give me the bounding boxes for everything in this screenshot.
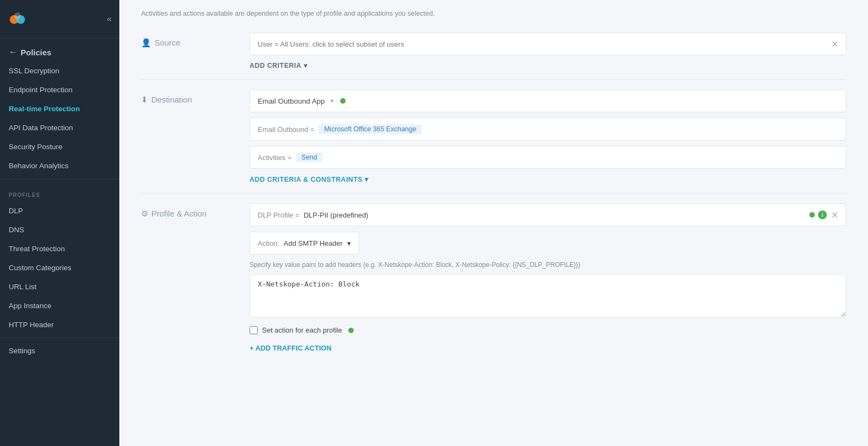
back-arrow-icon: ← xyxy=(9,47,17,57)
add-criteria-chevron-icon: ▾ xyxy=(304,62,308,69)
source-input[interactable] xyxy=(258,40,827,48)
action-value: Add SMTP Header xyxy=(284,239,343,247)
source-content: ✕ ADD CRITERIA ▾ xyxy=(250,33,846,69)
source-label-text: Source xyxy=(155,38,181,47)
back-nav-label: Policies xyxy=(21,48,52,57)
sidebar-item-settings[interactable]: Settings xyxy=(0,341,119,360)
dlp-profile-value[interactable]: DLP-PII (predefined) xyxy=(304,211,368,219)
dlp-profile-label: DLP Profile = xyxy=(258,211,299,219)
app-dropdown-label: Email Outbound App xyxy=(258,97,325,105)
source-icon: 👤 xyxy=(141,38,151,48)
activities-value[interactable]: Send xyxy=(296,152,323,162)
activities-label: Activities = xyxy=(258,154,292,162)
section-divider-2 xyxy=(141,193,846,194)
sidebar-divider-settings xyxy=(0,337,119,338)
sidebar-item-custom-categories[interactable]: Custom Categories xyxy=(0,258,119,277)
sidebar-item-url-list[interactable]: URL List xyxy=(0,277,119,296)
app-status-dot xyxy=(340,98,346,104)
sidebar-divider-profiles xyxy=(0,179,119,179)
source-section: 👤 Source ✕ ADD CRITERIA ▾ xyxy=(141,33,846,69)
profile-icon: ⚙ xyxy=(141,209,148,219)
sidebar-item-dns[interactable]: DNS xyxy=(0,220,119,239)
destination-label-text: Destination xyxy=(151,95,192,104)
add-criteria-button[interactable]: ADD CRITERIA ▾ xyxy=(250,62,846,69)
add-criteria-constraints-label: ADD CRITERIA & CONSTRAINTS xyxy=(250,176,362,183)
dlp-info-icon[interactable]: i xyxy=(818,211,827,219)
svg-point-2 xyxy=(14,12,21,19)
collapse-button[interactable]: « xyxy=(107,14,112,24)
set-action-checkbox-row: Set action for each profile xyxy=(250,326,846,334)
source-label: 👤 Source xyxy=(141,33,250,69)
sidebar-item-threat-protection[interactable]: Threat Protection xyxy=(0,239,119,258)
sidebar-item-endpoint-protection[interactable]: Endpoint Protection xyxy=(0,80,119,99)
add-criteria-constraints-chevron-icon: ▾ xyxy=(365,175,369,183)
dlp-close-icon[interactable]: ✕ xyxy=(831,210,838,220)
destination-section: ⬇ Destination Email Outbound App ▾ Email… xyxy=(141,90,846,183)
app-dropdown[interactable]: Email Outbound App ▾ xyxy=(250,90,846,112)
dlp-status-dot xyxy=(809,212,815,218)
sidebar-profile-items: DLP DNS Threat Protection Custom Categor… xyxy=(0,201,119,334)
sidebar: « ← Policies SSL Decryption Endpoint Pro… xyxy=(0,0,119,446)
set-action-status-dot xyxy=(348,328,354,333)
profile-action-section: ⚙ Profile & Action DLP Profile = DLP-PII… xyxy=(141,203,846,352)
destination-label: ⬇ Destination xyxy=(141,90,250,183)
section-divider-1 xyxy=(141,79,846,80)
destination-content: Email Outbound App ▾ Email Outbound = Mi… xyxy=(250,90,846,183)
sidebar-nav-items: SSL Decryption Endpoint Protection Real-… xyxy=(0,61,119,175)
activities-row: Activities = Send xyxy=(250,146,846,169)
profile-action-content: DLP Profile = DLP-PII (predefined) i ✕ A… xyxy=(250,203,846,352)
profile-action-label-text: Profile & Action xyxy=(151,209,207,218)
sidebar-item-behavior-analytics[interactable]: Behavior Analytics xyxy=(0,156,119,175)
action-dropdown[interactable]: Action: Add SMTP Header ▾ xyxy=(250,232,359,254)
action-label: Action: xyxy=(258,239,279,247)
sidebar-header: « xyxy=(0,0,119,39)
sidebar-item-security-posture[interactable]: Security Posture xyxy=(0,137,119,156)
set-action-checkbox[interactable] xyxy=(250,326,258,334)
logo-icon xyxy=(8,9,28,29)
action-chevron-icon: ▾ xyxy=(347,239,351,247)
source-close-icon[interactable]: ✕ xyxy=(831,39,838,49)
sidebar-item-real-time-protection[interactable]: Real-time Protection xyxy=(0,99,119,118)
dlp-profile-close-buttons: i ✕ xyxy=(807,210,838,220)
email-outbound-label: Email Outbound = xyxy=(258,125,314,133)
set-action-label: Set action for each profile xyxy=(262,326,342,334)
smtp-header-textarea[interactable]: X-Netskope-Action: Block xyxy=(250,274,846,317)
sidebar-item-ssl-decryption[interactable]: SSL Decryption xyxy=(0,61,119,80)
dlp-profile-row: DLP Profile = DLP-PII (predefined) i ✕ xyxy=(250,203,846,226)
destination-icon: ⬇ xyxy=(141,95,148,105)
add-criteria-label: ADD CRITERIA xyxy=(250,62,302,69)
email-outbound-value[interactable]: Microsoft Office 365 Exchange xyxy=(318,124,422,134)
sidebar-item-dlp[interactable]: DLP xyxy=(0,201,119,220)
smtp-hint-text: Specify key value pairs to add headers (… xyxy=(250,261,846,269)
logo xyxy=(8,9,28,29)
profiles-section-title: PROFILES xyxy=(0,182,119,201)
sidebar-item-api-data-protection[interactable]: API Data Protection xyxy=(0,118,119,137)
source-input-row[interactable]: ✕ xyxy=(250,33,846,55)
email-outbound-row: Email Outbound = Microsoft Office 365 Ex… xyxy=(250,118,846,141)
back-nav[interactable]: ← Policies xyxy=(0,39,119,61)
add-criteria-constraints-button[interactable]: ADD CRITERIA & CONSTRAINTS ▾ xyxy=(250,175,846,183)
profile-action-label: ⚙ Profile & Action xyxy=(141,203,250,352)
add-traffic-action-button[interactable]: + ADD TRAFFIC ACTION xyxy=(250,344,846,352)
sidebar-item-app-instance[interactable]: App Instance xyxy=(0,296,119,315)
main-content: Activities and actions available are dep… xyxy=(119,0,868,446)
top-note: Activities and actions available are dep… xyxy=(141,0,846,23)
app-dropdown-chevron-icon: ▾ xyxy=(330,97,334,105)
sidebar-item-http-header[interactable]: HTTP Header xyxy=(0,315,119,334)
